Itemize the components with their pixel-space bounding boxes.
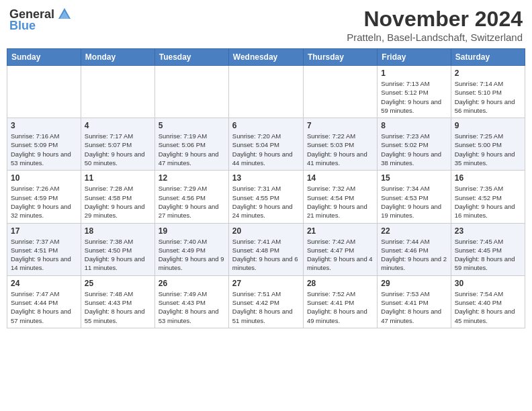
calendar-cell: 6Sunrise: 7:20 AM Sunset: 5:04 PM Daylig… [228,118,303,171]
day-number: 8 [381,121,447,130]
day-info: Sunrise: 7:19 AM Sunset: 5:06 PM Dayligh… [159,132,225,167]
day-number: 22 [381,226,447,236]
day-number: 13 [232,173,300,183]
title-section: November 2024 Pratteln, Basel-Landschaft… [347,7,523,43]
day-number: 27 [232,279,300,288]
day-info: Sunrise: 7:48 AM Sunset: 4:43 PM Dayligh… [85,289,151,325]
calendar-cell: 11Sunrise: 7:28 AM Sunset: 4:58 PM Dayli… [81,171,154,223]
day-number: 21 [307,226,373,236]
day-info: Sunrise: 7:23 AM Sunset: 5:02 PM Dayligh… [381,132,447,167]
day-info: Sunrise: 7:16 AM Sunset: 5:09 PM Dayligh… [11,132,77,167]
month-title: November 2024 [347,7,523,32]
col-header-thursday: Thursday [303,49,377,66]
logo-text-blue: Blue [9,19,36,33]
day-number: 26 [159,279,225,288]
day-number: 11 [85,173,151,183]
day-number: 20 [232,226,300,236]
calendar-cell: 15Sunrise: 7:34 AM Sunset: 4:53 PM Dayli… [378,171,451,223]
calendar-cell: 27Sunrise: 7:51 AM Sunset: 4:42 PM Dayli… [228,275,303,328]
day-number: 30 [455,279,521,288]
day-info: Sunrise: 7:31 AM Sunset: 4:55 PM Dayligh… [232,184,300,220]
day-number: 14 [307,173,373,183]
calendar-cell: 20Sunrise: 7:41 AM Sunset: 4:48 PM Dayli… [228,223,303,275]
location: Pratteln, Basel-Landschaft, Switzerland [347,32,523,43]
day-info: Sunrise: 7:52 AM Sunset: 4:41 PM Dayligh… [307,289,373,325]
calendar-cell: 17Sunrise: 7:37 AM Sunset: 4:51 PM Dayli… [7,223,81,275]
day-info: Sunrise: 7:45 AM Sunset: 4:45 PM Dayligh… [455,237,521,273]
day-info: Sunrise: 7:40 AM Sunset: 4:49 PM Dayligh… [159,237,225,273]
day-info: Sunrise: 7:44 AM Sunset: 4:46 PM Dayligh… [381,237,447,273]
calendar-cell: 28Sunrise: 7:52 AM Sunset: 4:41 PM Dayli… [303,275,377,328]
calendar-cell: 16Sunrise: 7:35 AM Sunset: 4:52 PM Dayli… [451,171,525,223]
calendar-cell: 22Sunrise: 7:44 AM Sunset: 4:46 PM Dayli… [378,223,451,275]
calendar-cell: 30Sunrise: 7:54 AM Sunset: 4:40 PM Dayli… [451,275,525,328]
day-info: Sunrise: 7:20 AM Sunset: 5:04 PM Dayligh… [232,132,300,167]
day-info: Sunrise: 7:38 AM Sunset: 4:50 PM Dayligh… [85,237,151,273]
day-number: 6 [232,121,300,130]
calendar-cell [303,66,377,118]
day-info: Sunrise: 7:26 AM Sunset: 4:59 PM Dayligh… [11,184,77,220]
day-info: Sunrise: 7:14 AM Sunset: 5:10 PM Dayligh… [455,79,521,115]
calendar-cell [81,66,154,118]
calendar-cell: 2Sunrise: 7:14 AM Sunset: 5:10 PM Daylig… [451,66,525,118]
calendar-week-row: 1Sunrise: 7:13 AM Sunset: 5:12 PM Daylig… [7,66,525,118]
day-number: 19 [159,226,225,236]
day-number: 7 [307,121,373,130]
day-number: 3 [11,121,77,130]
day-info: Sunrise: 7:25 AM Sunset: 5:00 PM Dayligh… [455,132,521,167]
day-number: 24 [11,279,77,288]
day-info: Sunrise: 7:49 AM Sunset: 4:43 PM Dayligh… [159,289,225,325]
day-number: 17 [11,226,77,236]
calendar-cell: 19Sunrise: 7:40 AM Sunset: 4:49 PM Dayli… [154,223,228,275]
calendar-week-row: 24Sunrise: 7:47 AM Sunset: 4:44 PM Dayli… [7,275,525,328]
day-number: 28 [307,279,373,288]
calendar-cell [228,66,303,118]
day-number: 16 [455,173,521,183]
calendar-cell: 5Sunrise: 7:19 AM Sunset: 5:06 PM Daylig… [154,118,228,171]
logo-icon [57,7,72,21]
calendar-week-row: 17Sunrise: 7:37 AM Sunset: 4:51 PM Dayli… [7,223,525,275]
calendar-cell: 21Sunrise: 7:42 AM Sunset: 4:47 PM Dayli… [303,223,377,275]
day-info: Sunrise: 7:37 AM Sunset: 4:51 PM Dayligh… [11,237,77,273]
calendar-week-row: 10Sunrise: 7:26 AM Sunset: 4:59 PM Dayli… [7,171,525,223]
page-header: General Blue November 2024 Pratteln, Bas… [7,7,525,43]
calendar-cell: 9Sunrise: 7:25 AM Sunset: 5:00 PM Daylig… [451,118,525,171]
day-number: 4 [85,121,151,130]
calendar-cell: 29Sunrise: 7:53 AM Sunset: 4:41 PM Dayli… [378,275,451,328]
calendar-cell: 10Sunrise: 7:26 AM Sunset: 4:59 PM Dayli… [7,171,81,223]
day-info: Sunrise: 7:32 AM Sunset: 4:54 PM Dayligh… [307,184,373,220]
calendar-cell: 1Sunrise: 7:13 AM Sunset: 5:12 PM Daylig… [378,66,451,118]
day-info: Sunrise: 7:41 AM Sunset: 4:48 PM Dayligh… [232,237,300,273]
day-info: Sunrise: 7:34 AM Sunset: 4:53 PM Dayligh… [381,184,447,220]
day-info: Sunrise: 7:22 AM Sunset: 5:03 PM Dayligh… [307,132,373,167]
col-header-friday: Friday [378,49,451,66]
calendar-cell: 13Sunrise: 7:31 AM Sunset: 4:55 PM Dayli… [228,171,303,223]
day-info: Sunrise: 7:13 AM Sunset: 5:12 PM Dayligh… [381,79,447,115]
col-header-sunday: Sunday [7,49,81,66]
calendar-cell: 4Sunrise: 7:17 AM Sunset: 5:07 PM Daylig… [81,118,154,171]
day-info: Sunrise: 7:42 AM Sunset: 4:47 PM Dayligh… [307,237,373,273]
day-info: Sunrise: 7:54 AM Sunset: 4:40 PM Dayligh… [455,289,521,325]
col-header-wednesday: Wednesday [228,49,303,66]
day-number: 2 [455,68,521,78]
day-number: 25 [85,279,151,288]
calendar-cell: 25Sunrise: 7:48 AM Sunset: 4:43 PM Dayli… [81,275,154,328]
calendar-cell: 8Sunrise: 7:23 AM Sunset: 5:02 PM Daylig… [378,118,451,171]
calendar-table: SundayMondayTuesdayWednesdayThursdayFrid… [7,48,525,328]
calendar-cell: 26Sunrise: 7:49 AM Sunset: 4:43 PM Dayli… [154,275,228,328]
day-number: 12 [159,173,225,183]
calendar-cell [7,66,81,118]
calendar-cell [154,66,228,118]
logo: General Blue [9,7,72,33]
day-number: 15 [381,173,447,183]
calendar-cell: 23Sunrise: 7:45 AM Sunset: 4:45 PM Dayli… [451,223,525,275]
day-number: 29 [381,279,447,288]
day-number: 10 [11,173,77,183]
day-info: Sunrise: 7:28 AM Sunset: 4:58 PM Dayligh… [85,184,151,220]
calendar-cell: 12Sunrise: 7:29 AM Sunset: 4:56 PM Dayli… [154,171,228,223]
day-info: Sunrise: 7:53 AM Sunset: 4:41 PM Dayligh… [381,289,447,325]
day-number: 23 [455,226,521,236]
calendar-week-row: 3Sunrise: 7:16 AM Sunset: 5:09 PM Daylig… [7,118,525,171]
calendar-cell: 3Sunrise: 7:16 AM Sunset: 5:09 PM Daylig… [7,118,81,171]
day-number: 5 [159,121,225,130]
